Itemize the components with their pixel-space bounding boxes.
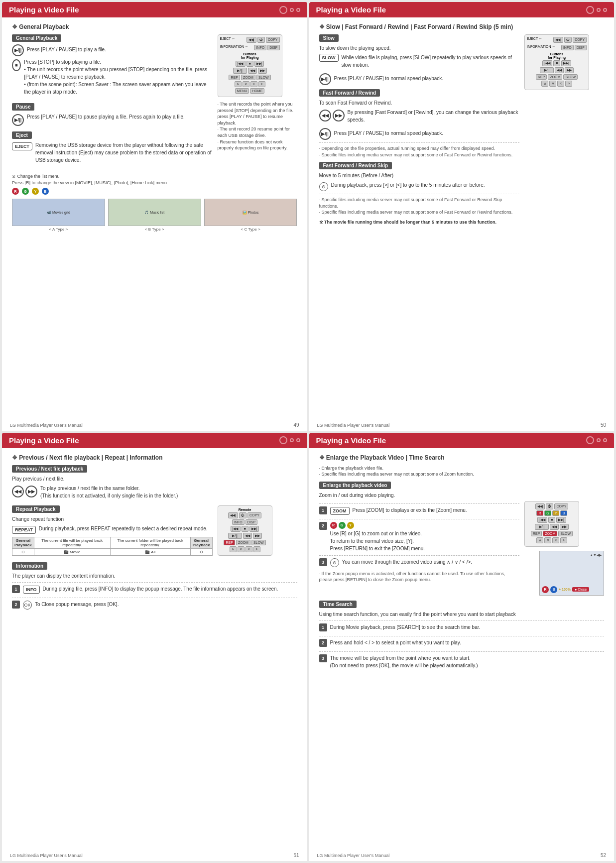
zr-btn-left: <	[552, 537, 559, 543]
ts-step-3-text: The movie will be played from the point …	[330, 654, 478, 669]
btn-b: B	[42, 188, 49, 195]
page-2: Playing a Video File Slow | Fast Forward…	[309, 2, 615, 431]
ts-step-2: 2 Press and hold < / > to select a point…	[319, 639, 605, 648]
zr-btn-zoom: ZOOM	[543, 531, 557, 536]
enlarge-step-3-text: You can move through the zoomed video us…	[342, 558, 473, 566]
page-4: Playing a Video File Enlarge the Playbac…	[309, 433, 615, 862]
btn-r: R	[12, 188, 19, 195]
eject-icon: EJECT	[12, 142, 32, 150]
change-list-menu-section: ※ Change the list menu Press [R] to chan…	[12, 173, 297, 232]
page-2-header: Playing a Video File	[309, 2, 615, 17]
enlarge-step-1: 1 ZOOM Press [ZOOM] to displays or exits…	[319, 506, 520, 516]
screenshot-c-label: < C Type >	[204, 227, 297, 232]
page-num-2: 50	[601, 422, 606, 428]
play-pause-row: ▶/|| Press [PLAY / PAUSE] to play a file…	[12, 44, 213, 56]
repeat-icon: REPEAT	[12, 526, 36, 534]
close-text: Close	[578, 588, 587, 591]
zoom-remote-dir: ∧ ∨ < >	[527, 537, 577, 543]
info-step-num-1: 1	[12, 585, 20, 593]
slow-ff-right: EJECT ← ◀◀| ⏻ COPY INFORMATION ← INFO DI…	[524, 34, 604, 225]
slow-nav2-row: ∧ ∨ < >	[527, 81, 587, 87]
next-icon: ▶▶	[25, 486, 37, 497]
btn-zoom: ZOOM	[241, 75, 255, 80]
ff-note-2: · Specific files including media server …	[319, 152, 520, 158]
pause-text: Press [PLAY / PAUSE] to pause playing a …	[27, 114, 185, 120]
zr-btn-down: ∨	[544, 537, 551, 543]
enlarge-step-2-text: Use [R] or [G] to zoom out or in the vid…	[330, 531, 425, 551]
slow-play-icon: ▶/||	[319, 73, 331, 85]
zoom-remote: ◀◀| ⏻ COPY R G Y B |◀◀ ■ ▶▶|	[524, 501, 579, 547]
slow-btn-disp: DISP	[575, 45, 587, 50]
rep-btn-prev: |◀◀	[231, 526, 241, 532]
prev-next-icons: ◀◀ ▶▶	[12, 486, 37, 497]
btn-home: HOME	[250, 88, 264, 94]
btn-last: ◀◀|	[246, 37, 256, 43]
ff-play-icon: ▶/||	[319, 128, 331, 140]
ts-step-num-3: 3	[319, 654, 327, 662]
slow-icon: SLOW	[319, 54, 339, 62]
play-pause-icon: ▶/||	[12, 44, 24, 56]
page-num-4: 52	[601, 853, 606, 858]
screenshot-b-content: 🎵 Music list	[144, 211, 164, 215]
slow-btn-up: ∧	[541, 81, 548, 87]
page-4-title: Playing a Video File	[316, 436, 386, 445]
zr-btn-last: ◀◀|	[535, 503, 545, 509]
rep-btn-power: ⏻	[239, 512, 246, 518]
enlarge-sep-2	[319, 519, 520, 519]
label-prev-next: Previous / Next file playback	[12, 465, 87, 473]
deco-dot-1	[290, 8, 294, 12]
zoom-ctrl-r: R	[542, 586, 549, 593]
ts-sep-3	[319, 651, 605, 652]
ff-skip-text: During playback, press [>] or [<] to go …	[331, 181, 485, 189]
zoom-nav-icon: ⊙	[330, 558, 339, 567]
ts-step-num-1: 1	[319, 623, 327, 631]
zoom-ctrl-b: B	[550, 586, 557, 593]
page-1-header: Playing a Video File	[2, 2, 307, 17]
deco-circle-4	[586, 436, 594, 444]
zoom-btn-y: Y	[347, 522, 354, 529]
zr-btn-y: Y	[552, 510, 559, 516]
slow-btn-prev: |◀◀	[542, 60, 552, 66]
slow-btn-copy: COPY	[573, 37, 587, 43]
header-decoration	[279, 6, 300, 14]
slow-btn-zoom: ZOOM	[548, 74, 562, 80]
zr-btn-r: R	[536, 510, 543, 516]
ff-skip-row: ⊙ During playback, press [>] or [<] to g…	[319, 181, 520, 191]
deco-circle-3	[279, 436, 287, 444]
slow-ff-left: Slow To slow down the playing speed. SLO…	[319, 34, 520, 225]
label-repeat: Repeat Playback	[12, 505, 60, 513]
enlarge-step-1-text: Press [ZOOM] to displays or exits the [Z…	[353, 506, 467, 514]
ok-btn-icon: OK	[23, 601, 32, 610]
info-desc: The player can display the content infor…	[12, 572, 297, 580]
rep-btn-up: ∧	[230, 546, 237, 552]
info-step-2-text: To Close popup message, press [OK].	[35, 601, 119, 608]
repeat-remote-info: INFO DISP	[220, 519, 270, 525]
label-ff: Fast Forward / Rewind	[319, 89, 380, 97]
deco-circle-1	[279, 6, 287, 14]
screenshot-a-container: 📹 Movies grid < A Type >	[12, 199, 105, 232]
ff-skip-desc: Move to 5 minutes (Before / After)	[319, 172, 520, 179]
slow-ff-content: Slow To slow down the playing speed. SLO…	[319, 34, 605, 225]
repeat-left: Repeat Playback Change repeat function R…	[12, 505, 213, 558]
remote-diagram: EJECT ← ◀◀| ⏻ COPY INFORMATION ← INFO DI…	[218, 34, 282, 97]
stop-row: ■ Press [STOP] to stop playing a file. •…	[12, 58, 213, 98]
slow-btn-repeat: REP	[536, 74, 547, 80]
prev-next-text: To play previous / next file in the same…	[40, 485, 178, 499]
ff-skip-icon: ⊙	[319, 182, 328, 191]
change-list-note: ※ Change the list menu	[12, 173, 297, 180]
page-num-1: 49	[293, 422, 299, 428]
zr-btn-copy: COPY	[554, 503, 568, 509]
zr-btn-next: ▶▶|	[556, 517, 566, 523]
screenshot-c-container: 🖼️ Photos < C Type >	[204, 199, 297, 232]
ts-step-1: 1 During Movie playback, press [SEARCH] …	[319, 623, 605, 633]
enlarge-section: Enlarge the playback video Zoom in / out…	[319, 482, 605, 596]
ff-skip-sep	[319, 194, 520, 194]
footer-brand-1: LG Multimedia Player User's Manual	[10, 423, 83, 428]
slow-btn-last: ◀◀|	[553, 37, 563, 43]
btn-menu: MENU	[235, 88, 249, 94]
zr-btn-rew: ◀◀	[550, 524, 559, 530]
zoom-remote-play: ▶/|| ◀◀ ▶▶	[527, 524, 577, 530]
rep-btn-rew: ◀◀	[243, 533, 252, 539]
info-sep-2	[12, 598, 297, 598]
general-playback-right: EJECT ← ◀◀| ⏻ COPY INFORMATION ← INFO DI…	[218, 34, 297, 168]
